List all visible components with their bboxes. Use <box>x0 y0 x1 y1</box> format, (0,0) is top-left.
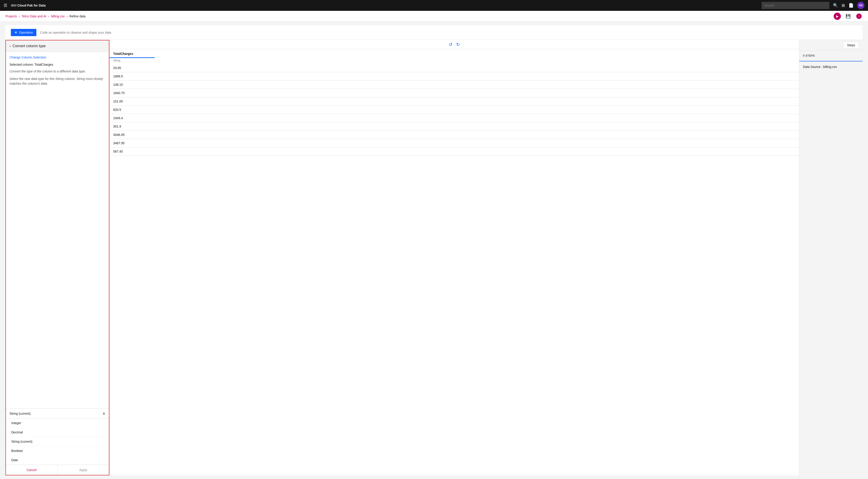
left-panel-footer: Cancel Apply <box>6 465 109 475</box>
info-icon: i <box>856 13 862 19</box>
left-panel: ‹ Convert column type Change Column Sele… <box>5 40 110 475</box>
steps-count: 0 STEPS <box>799 50 863 61</box>
search-icon[interactable]: 🔍 <box>833 3 838 8</box>
operation-hint: Code an operation to cleanse and shape y… <box>40 31 111 34</box>
type-option-date[interactable]: Date <box>6 455 109 465</box>
table-row: 301.9 <box>110 122 799 131</box>
back-button[interactable]: ‹ <box>9 44 11 48</box>
type-option-boolean[interactable]: Boolean <box>6 446 109 455</box>
table-row: 3046.05 <box>110 131 799 139</box>
topbar: ☰ IBM Cloud Pak for Data 🔍 ⊞ 📄 SD <box>0 0 868 11</box>
menu-icon[interactable]: ☰ <box>4 3 7 8</box>
apply-button[interactable]: Apply <box>58 465 109 475</box>
avatar[interactable]: SD <box>857 2 864 9</box>
chevron-up-icon: ∧ <box>102 411 105 416</box>
type-dropdown-section: String (current) ∧ Integer Decimal Strin… <box>6 408 109 465</box>
dropdown-label: String (current) <box>9 412 31 415</box>
change-column-link[interactable]: Change Column Selection <box>9 56 105 59</box>
search-input[interactable] <box>762 2 829 9</box>
column-header: TotalCharges <box>110 49 155 58</box>
cancel-button[interactable]: Cancel <box>6 465 58 475</box>
topbar-icons: 🔍 ⊞ 📄 SD <box>833 2 864 9</box>
type-option-decimal[interactable]: Decimal <box>6 428 109 437</box>
table-row: 1889.5 <box>110 72 799 80</box>
breadcrumb-actions: ▶ 💾 i <box>834 13 863 20</box>
grid-icon[interactable]: ⊞ <box>842 3 845 8</box>
breadcrumb-sep-1: › <box>19 14 20 18</box>
convert-desc-2: Select the new data type for this String… <box>9 76 105 86</box>
close-icon: ✕ <box>14 31 17 34</box>
dropdown-items: Integer Decimal String (current) Boolean… <box>6 418 109 465</box>
table-row: 3487.95 <box>110 139 799 147</box>
table-row: 587.45 <box>110 147 799 156</box>
app-title: IBM Cloud Pak for Data <box>11 4 758 7</box>
breadcrumb-telco[interactable]: Telco Data and AI <box>22 14 46 18</box>
data-table: TotalCharges String 29.85 1889.5 108.15 … <box>110 49 799 475</box>
dropdown-header[interactable]: String (current) ∧ <box>6 409 109 418</box>
table-row: 29.85 <box>110 64 799 72</box>
operation-bar: ✕ Operation Code an operation to cleanse… <box>5 25 863 40</box>
convert-body: Change Column Selection Selected column:… <box>6 52 109 408</box>
breadcrumb-file[interactable]: billing.csv <box>51 14 65 18</box>
breadcrumb-projects[interactable]: Projects <box>5 14 17 18</box>
type-option-integer[interactable]: Integer <box>6 418 109 428</box>
save-icon: 💾 <box>846 14 850 19</box>
document-icon[interactable]: 📄 <box>848 3 854 8</box>
table-row: 108.15 <box>110 80 799 89</box>
table-row: 820.5 <box>110 106 799 114</box>
redo-button[interactable]: ↻ <box>456 42 460 47</box>
main-area: ✕ Operation Code an operation to cleanse… <box>0 22 868 479</box>
save-button[interactable]: 💾 <box>844 13 852 20</box>
convert-desc-1: Convert the type of the column to a diff… <box>9 69 105 74</box>
steps-header: Steps <box>799 40 863 50</box>
table-row: 1949.4 <box>110 114 799 122</box>
convert-header: ‹ Convert column type <box>6 40 109 52</box>
data-toolbar: ↺ ↻ <box>110 40 799 49</box>
breadcrumb-bar: Projects › Telco Data and AI › billing.c… <box>0 11 868 22</box>
column-type: String <box>110 58 799 64</box>
info-button[interactable]: i <box>855 13 863 20</box>
type-option-string[interactable]: String (current) <box>6 437 109 446</box>
content-area: ‹ Convert column type Change Column Sele… <box>5 40 863 475</box>
breadcrumb-current: Refine data <box>69 14 86 18</box>
right-panel: Steps 0 STEPS Data Source : billing.csv <box>799 40 863 475</box>
steps-button[interactable]: Steps <box>843 42 859 48</box>
undo-button[interactable]: ↺ <box>449 42 453 47</box>
run-button[interactable]: ▶ <box>834 13 841 20</box>
operation-button[interactable]: ✕ Operation <box>11 29 36 36</box>
play-icon: ▶ <box>836 14 839 18</box>
table-row: 151.65 <box>110 97 799 106</box>
selected-column-label: Selected column: TotalCharges <box>9 63 105 66</box>
breadcrumb-sep-2: › <box>48 14 49 18</box>
steps-source: Data Source : billing.csv <box>799 61 863 72</box>
breadcrumb: Projects › Telco Data and AI › billing.c… <box>5 14 834 18</box>
data-panel: ↺ ↻ TotalCharges String 29.85 1889.5 108… <box>110 40 799 475</box>
breadcrumb-sep-3: › <box>66 14 67 18</box>
convert-title: Convert column type <box>12 44 45 48</box>
table-row: 1840.75 <box>110 89 799 97</box>
